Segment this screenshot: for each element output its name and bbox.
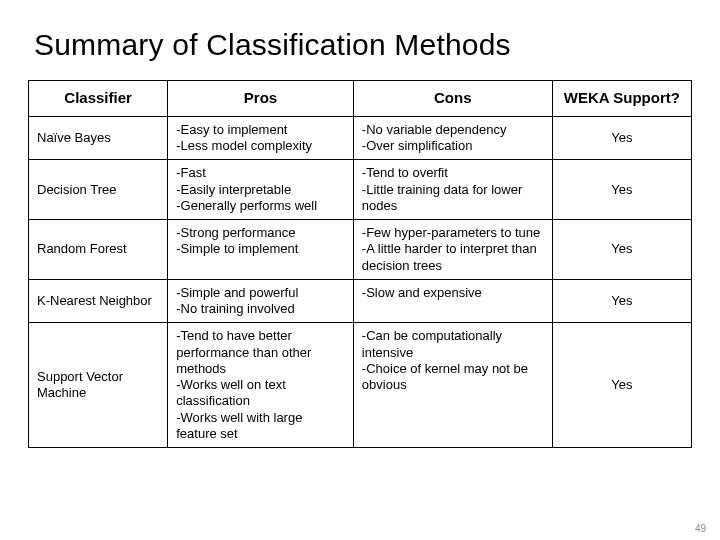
cell-pros: -Easy to implement-Less model complexity bbox=[168, 116, 354, 160]
page-number: 49 bbox=[695, 523, 706, 534]
cell-weka: Yes bbox=[552, 116, 691, 160]
cell-pros: -Tend to have better performance than ot… bbox=[168, 323, 354, 448]
header-weka: WEKA Support? bbox=[552, 81, 691, 117]
header-classifier: Classifier bbox=[29, 81, 168, 117]
cell-classifier: Naïve Bayes bbox=[29, 116, 168, 160]
cell-pros: -Fast-Easily interpretable-Generally per… bbox=[168, 160, 354, 220]
cell-cons: -No variable dependency-Over simplificat… bbox=[353, 116, 552, 160]
cell-classifier: K-Nearest Neighbor bbox=[29, 279, 168, 323]
table-body: Naïve Bayes -Easy to implement-Less mode… bbox=[29, 116, 692, 447]
slide: Summary of Classification Methods Classi… bbox=[0, 0, 720, 540]
slide-title: Summary of Classification Methods bbox=[34, 28, 692, 62]
cell-cons: -Slow and expensive bbox=[353, 279, 552, 323]
cell-cons: -Few hyper-parameters to tune-A little h… bbox=[353, 220, 552, 280]
table-row: Random Forest -Strong performance-Simple… bbox=[29, 220, 692, 280]
cell-weka: Yes bbox=[552, 323, 691, 448]
cell-classifier: Decision Tree bbox=[29, 160, 168, 220]
cell-cons: -Can be computationally intensive-Choice… bbox=[353, 323, 552, 448]
cell-pros: -Strong performance-Simple to implement bbox=[168, 220, 354, 280]
table-row: K-Nearest Neighbor -Simple and powerful-… bbox=[29, 279, 692, 323]
table-row: Naïve Bayes -Easy to implement-Less mode… bbox=[29, 116, 692, 160]
header-pros: Pros bbox=[168, 81, 354, 117]
cell-weka: Yes bbox=[552, 279, 691, 323]
cell-classifier: Random Forest bbox=[29, 220, 168, 280]
table-row: Decision Tree -Fast-Easily interpretable… bbox=[29, 160, 692, 220]
header-cons: Cons bbox=[353, 81, 552, 117]
table-header-row: Classifier Pros Cons WEKA Support? bbox=[29, 81, 692, 117]
cell-weka: Yes bbox=[552, 220, 691, 280]
cell-classifier: Support Vector Machine bbox=[29, 323, 168, 448]
table-row: Support Vector Machine -Tend to have bet… bbox=[29, 323, 692, 448]
cell-weka: Yes bbox=[552, 160, 691, 220]
classification-table: Classifier Pros Cons WEKA Support? Naïve… bbox=[28, 80, 692, 448]
cell-cons: -Tend to overfit-Little training data fo… bbox=[353, 160, 552, 220]
cell-pros: -Simple and powerful-No training involve… bbox=[168, 279, 354, 323]
